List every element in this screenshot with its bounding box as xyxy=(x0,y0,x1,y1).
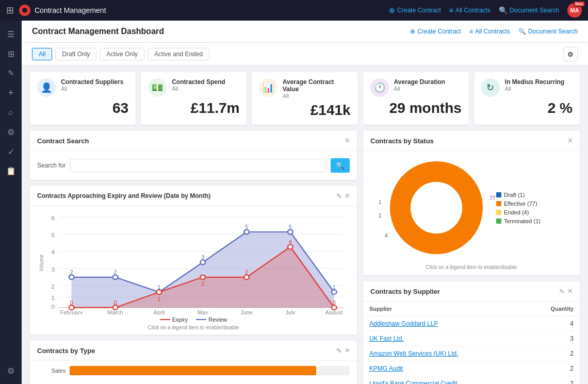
contract-search-input[interactable] xyxy=(70,159,326,172)
svg-text:June: June xyxy=(240,310,253,314)
filter-bar: All Draft Only Active Only Active and En… xyxy=(22,43,588,66)
svg-text:May: May xyxy=(198,310,208,314)
stat-spend: 💵 Contracted Spend All £11.7m xyxy=(141,72,247,125)
sidebar-menu-icon[interactable]: ☰ xyxy=(2,25,20,43)
expiry-caption: Click on a legend item to enable/disable xyxy=(37,325,350,330)
svg-text:April: April xyxy=(153,310,165,314)
all-contracts-link[interactable]: ≡ All Contracts xyxy=(449,6,491,14)
supplier-link[interactable]: UK Fast Ltd. xyxy=(369,335,404,342)
expiry-legend-expiry[interactable]: Expiry xyxy=(160,316,188,323)
sidebar-check-icon[interactable]: ✓ xyxy=(2,142,20,161)
svg-text:4: 4 xyxy=(51,249,55,255)
search-panel-close[interactable]: × xyxy=(345,136,350,145)
suppliers-sublabel: All xyxy=(61,86,123,92)
status-legend-draft[interactable]: Draft (1) xyxy=(496,192,558,198)
list-icon: ≡ xyxy=(449,6,453,14)
expiry-legend-review[interactable]: Review xyxy=(196,316,227,323)
supplier-table-title: Contracts by Supplier xyxy=(370,288,440,295)
svg-point-23 xyxy=(69,275,74,279)
sidebar-search-icon[interactable]: ⌕ xyxy=(2,103,20,122)
svg-text:March: March xyxy=(107,310,123,314)
svg-text:0: 0 xyxy=(70,300,73,306)
svg-text:2: 2 xyxy=(201,281,204,287)
svg-point-42 xyxy=(244,275,249,279)
sidebar-gear-icon[interactable]: ⚙ xyxy=(2,123,20,141)
supplier-link[interactable]: Amazon Web Services (UK) Ltd. xyxy=(369,350,459,357)
sidebar-book-icon[interactable]: 📋 xyxy=(2,162,20,180)
status-caption: Click on a legend item to enable/disable xyxy=(363,264,580,275)
table-row: UK Fast Ltd. 3 xyxy=(363,331,580,346)
search-for-label: Search for xyxy=(37,162,66,169)
filter-all[interactable]: All xyxy=(32,48,52,60)
status-chart-panel: Contracts by Status × xyxy=(363,131,580,275)
supplier-close-icon[interactable]: × xyxy=(568,287,573,296)
doc-search-header-icon: 🔍 xyxy=(518,28,526,35)
new-badge: New xyxy=(574,1,585,7)
contract-search-button[interactable]: 🔍 xyxy=(331,158,350,173)
svg-point-28 xyxy=(288,230,293,235)
sidebar-grid-icon[interactable]: ⊞ xyxy=(2,44,20,63)
svg-point-39 xyxy=(113,305,118,310)
svg-point-43 xyxy=(288,244,293,249)
expiry-chart-title: Contracts Approaching Expiry and Review … xyxy=(37,192,210,199)
topbar-actions: ⊕ Create Contract ≡ All Contracts 🔍 Docu… xyxy=(389,3,582,18)
status-legend-terminated[interactable]: Terminated (1) xyxy=(496,218,558,224)
type-edit-icon[interactable]: ✎ xyxy=(336,347,342,355)
svg-text:5: 5 xyxy=(51,231,55,238)
svg-text:Volume: Volume xyxy=(39,254,44,271)
col-quantity: Quantity xyxy=(524,302,580,316)
expiry-edit-icon[interactable]: ✎ xyxy=(336,192,342,200)
panels-area: Contract Search × Search for 🔍 Contracts… xyxy=(22,131,588,384)
status-close-icon[interactable]: × xyxy=(568,136,573,145)
search-panel-title: Contract Search xyxy=(37,137,89,145)
sidebar-edit-icon[interactable]: ✎ xyxy=(2,64,20,82)
stats-row: 👤 Contracted Suppliers All 63 💵 Contract… xyxy=(22,66,588,131)
svg-text:February: February xyxy=(60,310,83,314)
stat-duration: 🕐 Average Duration All 29 months xyxy=(363,72,469,125)
avatar[interactable]: MA New xyxy=(567,3,582,18)
supplier-link[interactable]: KPMG Audit xyxy=(369,365,403,372)
filter-draft[interactable]: Draft Only xyxy=(55,48,96,60)
supplier-table: Supplier Quantity Addleshaw Goddard LLP … xyxy=(363,302,580,384)
duration-label: Average Duration xyxy=(394,78,446,86)
doc-search-header-link[interactable]: 🔍 Document Search xyxy=(518,28,578,35)
expiry-close-icon[interactable]: × xyxy=(345,191,350,201)
svg-text:6: 6 xyxy=(51,214,55,221)
svg-point-24 xyxy=(113,275,118,279)
avg-value-sublabel: All xyxy=(283,93,351,99)
svg-point-56 xyxy=(411,182,462,233)
sidebar-plus-icon[interactable]: + xyxy=(2,84,20,102)
supplier-link[interactable]: Addleshaw Goddard LLP xyxy=(369,320,438,327)
svg-text:1: 1 xyxy=(157,297,160,303)
type-close-icon[interactable]: × xyxy=(345,346,350,355)
filter-active-ended[interactable]: Active and Ended xyxy=(148,48,209,60)
create-contract-link[interactable]: ⊕ Create Contract xyxy=(389,6,441,14)
sidebar-settings-icon[interactable]: ⚙ xyxy=(2,361,20,380)
status-legend-ended[interactable]: Ended (4) xyxy=(496,209,558,215)
create-icon: ⊕ xyxy=(389,6,395,14)
create-contract-header-link[interactable]: ⊕ Create Contract xyxy=(410,28,461,35)
duration-sublabel: All xyxy=(394,86,446,92)
grid-icon[interactable]: ⊞ xyxy=(6,5,14,16)
filter-active[interactable]: Active Only xyxy=(100,48,144,60)
expiry-legend: Expiry Review xyxy=(37,316,350,323)
svg-point-38 xyxy=(69,305,74,310)
svg-point-26 xyxy=(200,260,205,264)
svg-point-44 xyxy=(332,305,337,310)
type-chart-title: Contracts by Type xyxy=(37,347,95,355)
all-contracts-header-link[interactable]: ≡ All Contracts xyxy=(469,28,510,35)
svg-text:2: 2 xyxy=(70,270,73,276)
supplier-edit-icon[interactable]: ✎ xyxy=(559,288,565,295)
recurring-label: In Medius Recurring xyxy=(505,78,564,86)
spend-sublabel: All xyxy=(172,86,225,92)
type-sales-label: Sales xyxy=(37,368,66,374)
spend-icon: 💵 xyxy=(148,78,167,97)
supplier-link[interactable]: Lloyd's Bank Commercial Credit xyxy=(369,380,457,384)
status-legend-effective[interactable]: Effective (77) xyxy=(496,201,558,207)
svg-point-29 xyxy=(332,290,337,294)
document-search-link[interactable]: 🔍 Document Search xyxy=(499,6,559,14)
list-header-icon: ≡ xyxy=(469,28,473,35)
supplier-qty: 2 xyxy=(524,346,580,361)
supplier-qty: 2 xyxy=(524,376,580,385)
settings-button[interactable]: ⚙ xyxy=(563,47,578,61)
